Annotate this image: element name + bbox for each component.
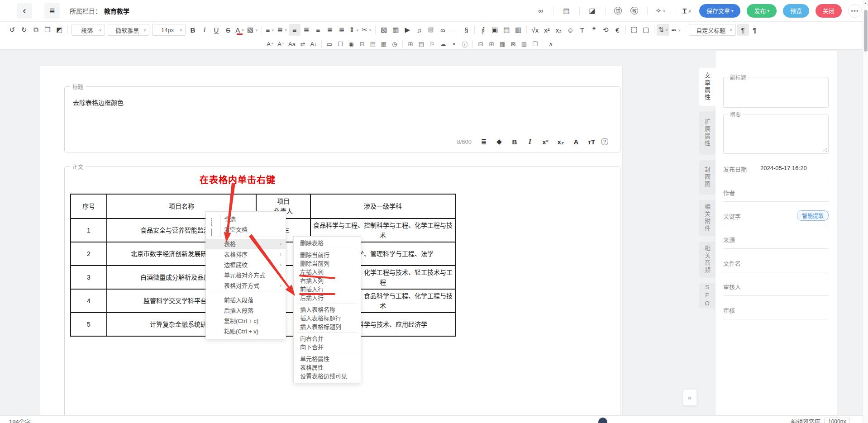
insert-row-icon[interactable]: ⊟: [475, 39, 486, 49]
menu-item-表格对齐方式[interactable]: 表格对齐方式›: [206, 280, 286, 291]
template-icon[interactable]: ▥: [512, 24, 524, 36]
clear-format-icon[interactable]: ⟲: [600, 24, 611, 36]
back-button[interactable]: ‹: [17, 3, 32, 19]
menu-item-插入表格标题列[interactable]: 插入表格标题列: [294, 323, 361, 331]
indent-icon[interactable]: ≡: [289, 24, 300, 36]
subtitle-field[interactable]: 副标题: [723, 77, 829, 108]
row-number-cell[interactable]: 5: [71, 313, 107, 336]
menu-item-后插入行[interactable]: 后插入行: [294, 294, 361, 302]
menu-item-前插入行[interactable]: 前插入行: [294, 285, 361, 294]
sidebar-tab-SEO[interactable]: SEO: [699, 283, 715, 309]
author-row[interactable]: 作者: [723, 188, 829, 202]
reviewer-row[interactable]: 审核人: [723, 282, 829, 296]
sidebar-tab-相关音频[interactable]: 相关音频: [699, 242, 715, 278]
row-number-cell[interactable]: 3: [71, 266, 107, 289]
abstract-field[interactable]: 摘要: [723, 114, 829, 154]
menu-item-向下合并[interactable]: 向下合并: [294, 343, 361, 352]
title-underline-icon[interactable]: A: [570, 136, 582, 147]
insert-table-icon[interactable]: ⊞: [405, 39, 416, 49]
word-import-icon[interactable]: ▤: [501, 24, 512, 36]
unordered-list-icon[interactable]: ≣∨: [276, 24, 289, 36]
bg-color-icon[interactable]: ▧∨: [246, 24, 259, 36]
format-eraser-icon[interactable]: ◩: [53, 24, 65, 36]
menu-item-表格属性[interactable]: 表格属性: [294, 363, 361, 372]
smart-extract-button[interactable]: 智能提取: [797, 210, 829, 221]
editor-width-select[interactable]: 1000px: [824, 418, 850, 423]
menu-item-插入表格名称[interactable]: 插入表格名称: [294, 305, 361, 314]
cloud-icon[interactable]: ☁: [438, 39, 448, 49]
title-fieldset[interactable]: 标题 去除表格边框颜色 8/600≣◆BIx²x₂AᴛT?: [64, 86, 620, 152]
menu-item-单元格对齐方式[interactable]: 单元格对齐方式›: [206, 270, 286, 280]
ai-wand-icon[interactable]: ✧∨: [654, 5, 667, 17]
blockquote-icon[interactable]: ❝: [588, 24, 600, 36]
page-scrollbar[interactable]: ▲: [863, 0, 868, 423]
merge-cell-icon[interactable]: ▦: [497, 39, 508, 49]
attachment-icon[interactable]: ∮: [477, 24, 489, 36]
source-row[interactable]: 来源: [723, 235, 829, 249]
row-number-cell[interactable]: 2: [71, 242, 107, 266]
new-page-icon[interactable]: ▢: [640, 24, 652, 36]
link-icon[interactable]: ∞: [535, 5, 547, 17]
filename-row[interactable]: 文件名: [723, 259, 829, 272]
title-italic-icon[interactable]: I: [524, 136, 536, 147]
close-button[interactable]: 关闭: [816, 4, 842, 18]
menu-item-复制(Ctrl + c)[interactable]: 复制(Ctrl + c): [206, 316, 286, 326]
title-font-size-icon[interactable]: ᴛT: [586, 136, 597, 147]
scrollbar-thumb[interactable]: [864, 10, 868, 52]
menu-item-向右合并[interactable]: 向右合并: [294, 334, 361, 343]
menu-item-删除当前行[interactable]: 删除当前行: [294, 251, 361, 259]
form-field-icon[interactable]: ▭: [324, 39, 335, 49]
paste-icon[interactable]: ⧉: [30, 24, 42, 36]
more-actions-button[interactable]: •••: [848, 4, 862, 18]
pilcrow-alt-icon[interactable]: ¶: [749, 24, 761, 36]
drop-cap-icon[interactable]: A↓: [308, 39, 319, 49]
article-title-input[interactable]: 去除表格边框颜色: [73, 98, 124, 107]
custom-title-select[interactable]: 自定义标题∨: [689, 24, 736, 36]
file-insert-icon[interactable]: ▣: [489, 24, 501, 36]
table-list-icon[interactable]: ▤: [416, 39, 427, 49]
menu-item-后插入段落[interactable]: 后插入段落: [206, 305, 286, 316]
review-row[interactable]: 审核: [723, 306, 829, 319]
sidebar-tab-文章属性[interactable]: 文章属性: [699, 68, 715, 106]
bullet-icon[interactable]: ⚬: [448, 39, 459, 49]
input-box-icon[interactable]: ⊡: [357, 39, 367, 49]
bold-icon[interactable]: B: [187, 24, 199, 36]
menu-item-边框底纹[interactable]: 边框底纹›: [206, 260, 286, 270]
eraser-icon[interactable]: ◪: [587, 5, 598, 17]
paragraph-spacing-icon[interactable]: ⇅∨: [657, 24, 669, 36]
music-icon[interactable]: ♫: [413, 24, 425, 36]
insert-col-icon[interactable]: ⊞: [486, 39, 497, 49]
menu-item-清空文档[interactable]: 清空文档: [206, 224, 286, 235]
select-box-icon[interactable]: ▤: [367, 39, 378, 49]
menu-item-插入表格标题行[interactable]: 插入表格标题行: [294, 314, 361, 323]
title-superscript-icon[interactable]: x²: [539, 136, 551, 147]
subscript-icon[interactable]: x₂: [553, 24, 564, 36]
menu-item-左插入列[interactable]: 左插入列: [294, 268, 361, 276]
font-smaller-icon[interactable]: A⁻: [276, 39, 286, 49]
typo-check-icon[interactable]: 错: [612, 5, 624, 17]
font-family-select[interactable]: 微软雅黑∨: [108, 24, 149, 36]
resize-handle-icon[interactable]: [822, 147, 827, 152]
checkbox-icon[interactable]: ☐: [335, 39, 346, 49]
radio-icon[interactable]: ◉: [346, 39, 357, 49]
text-format-icon[interactable]: T∨: [681, 5, 693, 17]
publish-date-row[interactable]: 发布日期2024-05-17 16:20: [723, 165, 829, 178]
select-all-icon[interactable]: [628, 24, 640, 36]
sidebar-tab-扩展属性[interactable]: 扩展属性: [699, 111, 715, 155]
menu-item-表格[interactable]: 表格›: [206, 239, 286, 249]
title-align-icon[interactable]: ≣: [478, 136, 490, 147]
menu-item-删除当前列[interactable]: 删除当前列: [294, 259, 361, 268]
undo-icon[interactable]: ↺: [6, 24, 18, 36]
collapse-sidebar-button[interactable]: »: [682, 389, 697, 406]
word-export-icon[interactable]: ▤: [561, 5, 572, 17]
menu-item-设置表格边线可见[interactable]: 设置表格边线可见: [294, 372, 361, 380]
align-center-icon[interactable]: ≡: [312, 24, 324, 36]
line-rule-icon[interactable]: ≂∨: [669, 24, 682, 36]
title-help-icon[interactable]: ?: [601, 138, 608, 145]
anchor-icon[interactable]: §: [460, 24, 472, 36]
video-icon[interactable]: ▶: [401, 24, 413, 36]
preview-button[interactable]: 预览: [783, 4, 809, 18]
title-eraser-icon[interactable]: ◆: [493, 136, 505, 147]
sensitive-check-icon[interactable]: 敏: [629, 5, 640, 17]
clipboard-icon[interactable]: ❐: [42, 24, 53, 36]
